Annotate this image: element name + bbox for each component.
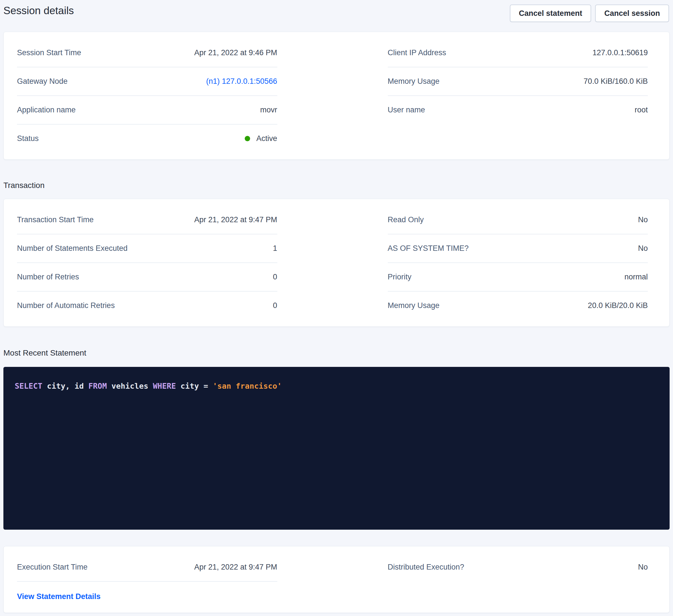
view-statement-details-row: View Statement Details [17, 582, 277, 601]
sql-string-literal: 'san francisco' [213, 382, 282, 390]
user-name-row: User name root [388, 96, 648, 124]
transaction-start-time-value: Apr 21, 2022 at 9:47 PM [194, 215, 277, 225]
gateway-node-label: Gateway Node [17, 77, 68, 86]
distributed-execution-label: Distributed Execution? [388, 563, 464, 572]
session-details-right-column: Client IP Address 127.0.0.1:50619 Memory… [388, 39, 648, 152]
execution-card: Execution Start Time Apr 21, 2022 at 9:4… [3, 546, 670, 613]
priority-row: Priority normal [388, 263, 648, 292]
priority-label: Priority [388, 272, 412, 282]
user-name-value: root [635, 105, 648, 115]
read-only-label: Read Only [388, 215, 424, 225]
as-of-system-time-label: AS OF SYSTEM TIME? [388, 244, 469, 253]
session-details-card: Session Start Time Apr 21, 2022 at 9:46 … [3, 32, 670, 160]
statements-executed-label: Number of Statements Executed [17, 244, 128, 253]
application-name-value: movr [260, 105, 277, 115]
retries-value: 0 [273, 272, 277, 282]
transaction-heading: Transaction [3, 181, 673, 190]
priority-value: normal [624, 272, 648, 282]
application-name-label: Application name [17, 105, 76, 115]
distributed-execution-value: No [638, 563, 648, 572]
cancel-session-button[interactable]: Cancel session [595, 5, 669, 22]
transaction-memory-usage-label: Memory Usage [388, 301, 440, 310]
transaction-start-time-label: Transaction Start Time [17, 215, 94, 225]
session-start-time-label: Session Start Time [17, 48, 81, 57]
session-memory-usage-value: 70.0 KiB/160.0 KiB [584, 77, 648, 86]
automatic-retries-label: Number of Automatic Retries [17, 301, 115, 310]
view-statement-details-link[interactable]: View Statement Details [17, 592, 100, 601]
session-memory-usage-label: Memory Usage [388, 77, 440, 86]
most-recent-statement-heading: Most Recent Statement [3, 348, 673, 358]
status-label: Status [17, 134, 39, 143]
sql-statement-line: SELECT city, id FROM vehicles WHERE city… [15, 381, 658, 391]
distributed-execution-row: Distributed Execution? No [388, 553, 648, 581]
session-start-time-value: Apr 21, 2022 at 9:46 PM [194, 48, 277, 57]
execution-start-time-value: Apr 21, 2022 at 9:47 PM [194, 563, 277, 572]
session-details-columns: Session Start Time Apr 21, 2022 at 9:46 … [4, 32, 669, 160]
client-ip-value: 127.0.0.1:50619 [593, 48, 648, 57]
execution-left-column: Execution Start Time Apr 21, 2022 at 9:4… [17, 553, 277, 601]
session-details-left-column: Session Start Time Apr 21, 2022 at 9:46 … [17, 39, 277, 152]
transaction-right-column: Read Only No AS OF SYSTEM TIME? No Prior… [388, 206, 648, 320]
session-start-time-row: Session Start Time Apr 21, 2022 at 9:46 … [17, 39, 277, 67]
sql-condition: city = [176, 382, 213, 390]
cancel-statement-button[interactable]: Cancel statement [510, 5, 592, 22]
transaction-memory-usage-row: Memory Usage 20.0 KiB/20.0 KiB [388, 292, 648, 320]
automatic-retries-row: Number of Automatic Retries 0 [17, 292, 277, 320]
transaction-left-column: Transaction Start Time Apr 21, 2022 at 9… [17, 206, 277, 320]
user-name-label: User name [388, 105, 425, 115]
execution-right-column: Distributed Execution? No [388, 553, 648, 601]
execution-columns: Execution Start Time Apr 21, 2022 at 9:4… [4, 546, 669, 613]
as-of-system-time-value: No [638, 244, 648, 253]
sql-keyword-from: FROM [88, 382, 107, 390]
gateway-node-row: Gateway Node (n1) 127.0.0.1:50566 [17, 67, 277, 96]
sql-table: vehicles [107, 382, 153, 390]
client-ip-row: Client IP Address 127.0.0.1:50619 [388, 39, 648, 67]
statements-executed-row: Number of Statements Executed 1 [17, 234, 277, 263]
status-value: Active [245, 134, 277, 143]
transaction-start-time-row: Transaction Start Time Apr 21, 2022 at 9… [17, 206, 277, 234]
client-ip-label: Client IP Address [388, 48, 446, 57]
execution-start-time-row: Execution Start Time Apr 21, 2022 at 9:4… [17, 553, 277, 582]
retries-label: Number of Retries [17, 272, 79, 282]
sql-statement-box: SELECT city, id FROM vehicles WHERE city… [3, 367, 670, 530]
status-row: Status Active [17, 124, 277, 152]
execution-start-time-label: Execution Start Time [17, 563, 87, 572]
session-memory-usage-row: Memory Usage 70.0 KiB/160.0 KiB [388, 67, 648, 96]
status-badge: Active [256, 134, 277, 143]
status-active-dot [245, 136, 250, 141]
sql-columns: city, id [42, 382, 89, 390]
sql-keyword-select: SELECT [15, 382, 42, 390]
transaction-columns: Transaction Start Time Apr 21, 2022 at 9… [4, 199, 669, 326]
page-header: Session details Cancel statement Cancel … [0, 5, 673, 22]
transaction-memory-usage-value: 20.0 KiB/20.0 KiB [588, 301, 648, 310]
as-of-system-time-row: AS OF SYSTEM TIME? No [388, 234, 648, 263]
application-name-row: Application name movr [17, 96, 277, 124]
gateway-node-link[interactable]: (n1) 127.0.0.1:50566 [206, 77, 277, 86]
read-only-value: No [638, 215, 648, 225]
header-actions: Cancel statement Cancel session [510, 5, 669, 22]
transaction-card: Transaction Start Time Apr 21, 2022 at 9… [3, 199, 670, 327]
page-title: Session details [3, 5, 74, 17]
retries-row: Number of Retries 0 [17, 263, 277, 292]
read-only-row: Read Only No [388, 206, 648, 234]
statements-executed-value: 1 [273, 244, 277, 253]
sql-keyword-where: WHERE [153, 382, 176, 390]
automatic-retries-value: 0 [273, 301, 277, 310]
